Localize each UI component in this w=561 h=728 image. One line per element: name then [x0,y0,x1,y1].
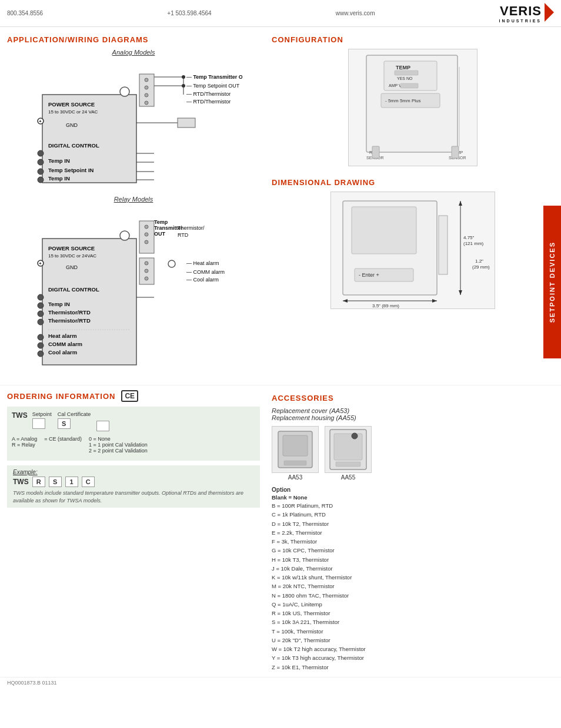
svg-marker-102 [343,299,348,303]
opt-k: K = 10k w/11k shunt, Thermistor [272,573,554,582]
svg-text:Temp IN: Temp IN [48,157,70,164]
relay-subtitle: Relay Models [7,196,260,203]
svg-text:— RTD/Thermistor: — RTD/Thermistor [186,99,231,105]
svg-text:POWER SOURCE: POWER SOURCE [48,245,95,251]
example-box: Example: TWS R S 1 C TWS models include … [7,465,260,508]
svg-text:-    5mm   5mm   Plus: - 5mm 5mm Plus [385,98,420,103]
dimensional-svg: - Enter + 4.75" (121 mm) 3.5" (89 mm) 1.… [331,192,495,308]
svg-text:Temp: Temp [154,219,168,225]
svg-point-67 [38,319,44,325]
aa53-svg [272,427,318,472]
dimensional-image: - Enter + 4.75" (121 mm) 3.5" (89 mm) 1.… [330,192,495,309]
opt-y: Y = 10k T3 high accuracy, Thermistor [272,654,554,662]
left-column: APPLICATION/WIRING DIAGRAMS Analog Model… [7,32,260,378]
svg-rect-92 [352,207,416,254]
svg-text:GND: GND [66,122,78,128]
svg-point-33 [145,101,148,105]
configuration-image: TEMP YES NO AMP VOLT - 5mm 5mm Plus RH S… [348,49,477,166]
svg-text:— RTD/Thermistor: — RTD/Thermistor [186,91,231,97]
logo-sub: INDUSTRIES [499,19,542,23]
option-list: B = 100R Platinum, RTD C = 1k Platinum, … [272,502,554,672]
svg-point-57 [145,277,148,280]
option-list-container: Option Blank = None B = 100R Platinum, R… [272,487,554,672]
opt-q: Q = 1uA/C, Linitemp [272,600,554,609]
ordering-column: ORDERING INFORMATION CE TWS Setpoint Cal… [7,390,260,672]
svg-point-112 [352,433,358,439]
svg-point-34 [120,87,129,96]
svg-point-12 [38,159,44,165]
opt-f: F = 3k, Thermistor [272,538,554,546]
opt-c: C = 1k Platinum, RTD [272,511,554,519]
svg-point-56 [145,269,148,273]
accessories-title-heading: ACCESSORIES [272,394,554,402]
logo-chevron-icon [545,3,554,22]
svg-point-60 [38,294,44,300]
svg-point-18 [38,177,44,183]
doc-number: HQ0001873.B 01131 [7,680,57,686]
svg-text:DIGITAL CONTROL: DIGITAL CONTROL [48,142,99,149]
svg-text:(29 mm): (29 mm) [472,264,490,270]
svg-point-9 [38,150,44,156]
logo-area: VERIS INDUSTRIES [499,4,554,23]
opt-j: J = 10k Dale, Thermistor [272,565,554,573]
phone-1: 800.354.8556 [7,10,43,16]
logo-text: VERIS [500,4,542,19]
svg-text:OUT: OUT [154,231,166,237]
svg-rect-109 [284,461,306,465]
opt-z: Z = 10k E1, Thermistor [272,663,554,672]
svg-point-30 [145,78,148,82]
example-label: Example: [13,469,254,475]
opt-h: H = 10k T3, Thermistor [272,556,554,564]
svg-rect-78 [395,71,418,75]
aa53-image [272,426,319,473]
opt-n: N = 1800 ohm TAC, Thermistor [272,592,554,600]
svg-point-72 [38,343,44,348]
footer: HQ0001873.B 01131 [0,677,561,688]
svg-point-55 [145,261,148,265]
accessories-items: Replacement cover (AA53) Replacement hou… [272,407,554,421]
accessories-images: AA53 AA55 [272,426,554,481]
side-tab-text: SETPOINT DEVICES [549,241,556,323]
ordering-title: ORDERING INFORMATION [7,392,115,401]
opt-t: T = 100k, Thermistor [272,628,554,636]
aa55-image [325,426,372,473]
svg-rect-7 [178,118,195,128]
opt-b: B = 100R Platinum, RTD [272,502,554,510]
option-col-heading: Option [272,487,554,493]
ce-mark: CE [121,390,138,402]
svg-rect-108 [283,435,308,456]
opt-g: G = 10k CPC, Thermistor [272,546,554,555]
svg-rect-81 [400,83,418,88]
analog-desc: A = Analog R = Relay [12,436,37,454]
app-wiring-title: APPLICATION/WIRING DIAGRAMS [7,35,260,44]
svg-text:Temp Setpoint IN: Temp Setpoint IN [48,167,94,173]
svg-point-44 [145,240,148,244]
svg-point-32 [145,93,148,97]
dimensional-section: DIMENSIONAL DRAWING - Enter + [272,178,554,309]
relay-wiring-section: Relay Models POWER SOURCE 15 to 30VDC or… [7,196,260,372]
right-column: CONFIGURATION TEMP YES NO AMP VOLT [260,32,554,378]
svg-text:— COMM alarm: — COMM alarm [186,269,225,275]
svg-rect-90 [452,146,459,158]
opt-desc: 0 = None 1 = 1 point Cal Validation 2 = … [89,436,148,454]
svg-point-63 [38,303,44,308]
configuration-section: CONFIGURATION TEMP YES NO AMP VOLT [272,35,554,166]
opt-d: D = 10k T2, Thermistor [272,520,554,528]
svg-text:(121 mm): (121 mm) [463,241,484,246]
example-row: TWS R S 1 C [13,477,254,487]
svg-text:-   Enter  +: - Enter + [359,272,379,278]
svg-rect-89 [372,146,379,158]
svg-text:YES  NO: YES NO [397,76,413,80]
svg-text:TEMP: TEMP [396,65,410,71]
svg-rect-93 [439,216,448,274]
svg-text:Thermistor/RTD: Thermistor/RTD [48,317,91,324]
tws-label: TWS [12,411,28,420]
configuration-title: CONFIGURATION [272,35,554,44]
acc-item-1: Replacement cover (AA53) [272,407,554,414]
opt-r: R = 10k US, Thermistor [272,609,554,618]
svg-point-65 [38,311,44,317]
svg-point-74 [38,351,44,357]
bottom-section: ORDERING INFORMATION CE TWS Setpoint Cal… [0,385,561,677]
svg-rect-111 [334,434,362,460]
svg-text:GND: GND [66,264,78,270]
